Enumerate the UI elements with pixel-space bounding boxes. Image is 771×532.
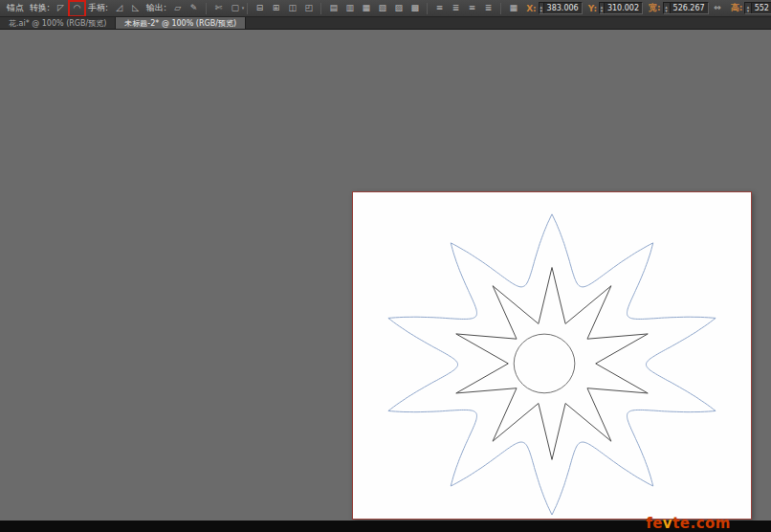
handles-label: 手柄:: [88, 2, 108, 14]
reference-point-icon[interactable]: ▦: [506, 2, 520, 15]
watermark-text: v: [663, 515, 672, 532]
output-pen-icon[interactable]: ✎: [187, 2, 201, 15]
x-position-group: X:▴▾383.006: [522, 2, 583, 14]
width-label: 宽:: [649, 2, 661, 14]
anchor-control-bar: 锚点转换:◸◠手柄:◿◺输出:▱✎✄▢▾⊟⊞◫◰▤▥▦▧▨▩≡≣≡≣▦X:▴▾3…: [0, 0, 771, 17]
tab-label: 花.ai* @ 100% (RGB/预览): [9, 18, 106, 29]
star-path[interactable]: [456, 268, 648, 460]
width-field[interactable]: ▴▾526.267: [663, 2, 709, 14]
x-position-value: 383.006: [544, 4, 582, 12]
align-left-icon[interactable]: ▤: [326, 2, 341, 15]
pasteboard[interactable]: [0, 30, 771, 521]
watermark: fevte.com: [646, 515, 731, 532]
center-circle[interactable]: [514, 334, 575, 393]
align-right-icon[interactable]: ▦: [359, 2, 373, 15]
flower-outline-path[interactable]: [388, 214, 716, 515]
convert-to-corner-icon[interactable]: ◸: [54, 2, 68, 15]
y-position-label: Y:: [588, 4, 597, 13]
convert-label: 转换:: [30, 2, 50, 14]
align-vertical-center-icon[interactable]: ▨: [391, 2, 406, 15]
tab-label: 未标题-2* @ 100% (RGB/预览): [124, 18, 236, 29]
handles-hide-icon[interactable]: ◺: [128, 2, 143, 15]
document-tab-bar: 花.ai* @ 100% (RGB/预览) 未标题-2* @ 100% (RGB…: [0, 17, 771, 30]
artwork-canvas[interactable]: [353, 192, 751, 519]
y-position-field[interactable]: ▴▾310.002: [599, 2, 643, 14]
artboard[interactable]: [352, 191, 752, 520]
distribute-left-icon[interactable]: ≣: [481, 2, 496, 15]
select-menu-icon[interactable]: ▢▾: [228, 2, 242, 15]
document-tab-flower[interactable]: 花.ai* @ 100% (RGB/预览): [0, 17, 116, 29]
toolbar-separator: [320, 3, 321, 14]
width-value: 526.267: [671, 4, 708, 12]
height-value: 552 px: [752, 4, 771, 12]
distribute-top-icon[interactable]: ≡: [432, 2, 447, 15]
anchor-label: 锚点: [7, 2, 24, 14]
handles-show-icon[interactable]: ◿: [112, 2, 126, 15]
height-field[interactable]: ▴▾552 px: [744, 2, 771, 14]
toolbar-separator: [500, 3, 501, 14]
distribute-bottom-icon[interactable]: ≡: [465, 2, 479, 15]
height-group: 高:▴▾552 px: [727, 2, 771, 14]
chevron-down-icon: ▾: [242, 2, 245, 14]
x-position-field[interactable]: ▴▾383.006: [539, 2, 583, 14]
toolbar-separator: [427, 3, 428, 14]
document-tab-untitled2[interactable]: 未标题-2* @ 100% (RGB/预览): [116, 17, 246, 29]
constrain-proportions-icon[interactable]: ⇔: [711, 2, 725, 15]
cut-path-icon[interactable]: ✄: [211, 2, 226, 15]
width-group: 宽:▴▾526.267: [645, 2, 709, 14]
x-position-label: X:: [526, 4, 537, 13]
watermark-text: fe: [646, 515, 663, 532]
y-position-value: 310.002: [605, 4, 642, 12]
toolbar-separator: [247, 3, 248, 14]
arrange-documents-2-icon[interactable]: ⊞: [269, 2, 283, 15]
output-label: 输出:: [146, 2, 166, 14]
align-horizontal-center-icon[interactable]: ▥: [342, 2, 357, 15]
watermark-text: te.com: [672, 515, 731, 532]
align-top-icon[interactable]: ▧: [375, 2, 389, 15]
y-position-group: Y:▴▾310.002: [584, 2, 643, 14]
toolbar-separator: [206, 3, 207, 14]
spinner-icon[interactable]: ▴▾: [664, 3, 671, 13]
height-label: 高:: [731, 2, 743, 14]
output-shape-icon[interactable]: ▱: [170, 2, 185, 15]
convert-to-smooth-icon[interactable]: ◠: [70, 2, 84, 15]
arrange-documents-3-icon[interactable]: ◫: [285, 2, 299, 15]
arrange-documents-1-icon[interactable]: ⊟: [253, 2, 267, 15]
illustrator-window: 锚点转换:◸◠手柄:◿◺输出:▱✎✄▢▾⊟⊞◫◰▤▥▦▧▨▩≡≣≡≣▦X:▴▾3…: [0, 0, 771, 532]
align-bottom-icon[interactable]: ▩: [408, 2, 422, 15]
distribute-vertical-center-icon[interactable]: ≣: [449, 2, 463, 15]
arrange-documents-4-icon[interactable]: ◰: [301, 2, 316, 15]
